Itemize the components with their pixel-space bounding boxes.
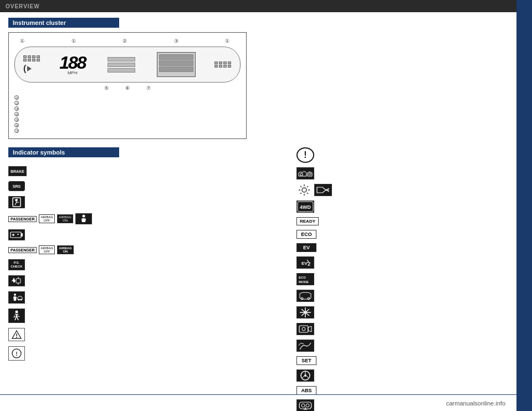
svg-rect-45 (299, 326, 308, 332)
svg-text:ECO: ECO (299, 276, 306, 279)
symbol-warning-triangle (8, 328, 247, 341)
symbol-circle-i: ! (8, 346, 247, 361)
symbol-warning-light (8, 275, 247, 286)
svg-rect-19 (300, 173, 303, 176)
cluster-left-icons: ( (23, 55, 40, 74)
svg-point-46 (302, 327, 305, 331)
cluster-info-box (157, 52, 196, 77)
airbag-off-2: AIRBAGOFF (39, 245, 55, 254)
circle-i-icon: ! (8, 346, 25, 361)
person-walking-icon (8, 309, 25, 323)
cluster-center (108, 57, 135, 73)
passenger-figure-icon (75, 213, 92, 224)
legend-item-1: ① (14, 95, 241, 100)
cluster-top-numbers: ① ① ② ③ ① (14, 38, 241, 44)
cluster-right-icons (214, 61, 232, 68)
passenger-text-2: PASSENGER (8, 247, 37, 253)
svg-point-21 (302, 188, 306, 192)
symbol-battery (8, 229, 247, 240)
instrument-cluster-box: ① ① ② ③ ① (8, 32, 247, 139)
legend-item-5: ⑤ (14, 117, 241, 122)
footer-bar: carmanualsonline.info (0, 394, 516, 411)
header-title: OVERVIEW (6, 3, 40, 9)
svg-line-27 (307, 193, 308, 194)
brake-icon: BRAKE (8, 166, 27, 176)
airbag-off-label: AIRBAGOFF (39, 214, 55, 223)
radar-icon (296, 340, 314, 352)
awd-mode-icon (296, 290, 314, 302)
svg-point-44 (304, 311, 306, 314)
legend-item-7: ⑦ (14, 129, 241, 133)
speed-value: 188 (59, 54, 85, 71)
ev-label: EV (296, 243, 316, 252)
speed-unit: MPH (68, 70, 78, 75)
footer-url: carmanualsonline.info (446, 400, 505, 407)
instrument-cluster-section: Instrument cluster ① ① ② ③ ① (8, 18, 508, 139)
airbag-on-label: AIRBAGON (57, 214, 73, 223)
airbag-on-2: AIRBAGON (57, 245, 74, 254)
svg-rect-8 (16, 279, 21, 283)
warning-light-icon (8, 275, 25, 286)
seatbelt-icon (8, 196, 25, 208)
right-symbol-ready: READY (296, 217, 352, 225)
door-check-icon: P.S.CHECK (8, 259, 25, 270)
svg-line-29 (300, 193, 301, 194)
svg-point-20 (309, 173, 311, 175)
svg-line-26 (300, 186, 301, 187)
symbol-person-car (8, 291, 247, 304)
right-symbol-ev-arrows: EV (296, 256, 352, 269)
battery-icon (8, 229, 25, 240)
warning-triangle-icon (8, 328, 25, 341)
svg-point-2 (82, 215, 85, 218)
right-symbol-camera (296, 323, 352, 335)
set-label: SET (296, 356, 316, 365)
svg-point-1 (16, 199, 18, 201)
passenger-text: PASSENGER (8, 216, 37, 222)
steering-icon (296, 369, 314, 382)
svg-text:MODE: MODE (299, 280, 309, 284)
svg-line-51 (306, 376, 309, 378)
right-symbol-lock-car (296, 167, 352, 179)
legend-item-3: ③ (14, 106, 241, 111)
sun-icon (296, 184, 312, 196)
ready-label: READY (296, 217, 319, 225)
top-header: OVERVIEW (0, 0, 516, 12)
srs-icon: SRS (8, 181, 25, 191)
symbol-passenger-airbag2: PASSENGER AIRBAGOFF AIRBAGON (8, 245, 247, 254)
page-section: Indicator symbols BRAKE SRS (8, 147, 508, 411)
right-sidebar (516, 0, 532, 411)
right-column: ! (263, 147, 352, 411)
svg-point-14 (16, 311, 18, 314)
abs-label: ABS (296, 386, 316, 395)
cluster-legend: ① ② ③ ④ ⑤ ⑥ ⑦ (14, 95, 241, 133)
symbol-brake: BRAKE (8, 166, 247, 176)
instrument-cluster-header: Instrument cluster (8, 18, 119, 28)
right-symbol-snowflake (296, 306, 352, 318)
ev-arrows-icon: EV (296, 256, 314, 269)
eco-mode-icon: ECO MODE (296, 273, 314, 285)
right-symbol-lights (296, 184, 352, 196)
symbol-srs: SRS (8, 181, 247, 191)
svg-point-12 (18, 299, 20, 301)
svg-text:4WD: 4WD (300, 204, 311, 210)
legend-item-6: ⑥ (14, 123, 241, 127)
snowflake-icon (296, 306, 314, 318)
lock-car-icon (296, 167, 314, 179)
svg-line-50 (301, 376, 304, 378)
right-symbols-list: ! (296, 147, 352, 411)
camera-icon (296, 323, 314, 335)
indicator-symbols-header: Indicator symbols (8, 147, 119, 157)
symbol-door-check: P.S.CHECK (8, 259, 247, 270)
sidebar-decoration (516, 0, 532, 411)
right-symbol-eco: ECO (296, 230, 352, 239)
svg-rect-4 (21, 233, 23, 237)
right-symbol-abs: ABS (296, 386, 352, 395)
svg-point-48 (304, 374, 306, 377)
svg-text:EV: EV (301, 261, 308, 266)
right-icon-grid (214, 61, 232, 68)
svg-point-16 (16, 337, 17, 338)
right-symbol-4wd: 4WD (296, 201, 352, 213)
headlight-icon (314, 184, 332, 196)
person-car-icon (8, 291, 25, 304)
symbol-seatbelt (8, 196, 247, 208)
